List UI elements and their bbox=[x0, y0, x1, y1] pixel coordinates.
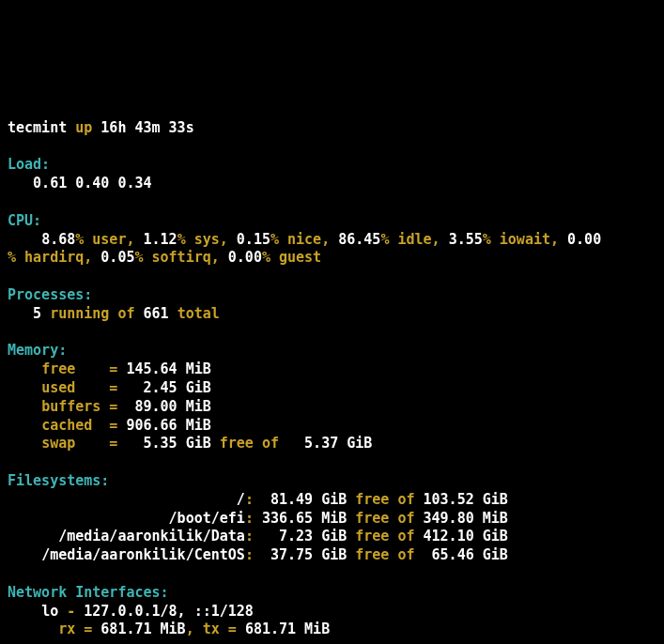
net-tx-value: 681.71 MiB bbox=[245, 621, 330, 637]
fs-free-of-label: free of bbox=[355, 491, 414, 508]
fs-free-of-label: free of bbox=[355, 546, 414, 563]
cpu-user-val: 8.68 bbox=[41, 231, 75, 248]
section-filesystems: Filesystems: bbox=[8, 472, 109, 489]
fs-free-of-label: free of bbox=[355, 528, 414, 544]
net-rx-value: 681.71 MiB bbox=[100, 621, 185, 637]
proc-running-count: 5 bbox=[33, 305, 41, 322]
mem-swap-total: 5.37 GiB bbox=[287, 435, 372, 452]
fs-total: 65.46 GiB bbox=[424, 546, 508, 563]
cpu-nice-lbl: nice bbox=[287, 231, 321, 248]
fs-free: 7.23 GiB bbox=[262, 528, 347, 544]
mem-used-value: 2.45 GiB bbox=[126, 379, 210, 396]
mem-swap-of-label: free of bbox=[220, 435, 279, 452]
mem-buffers-label: buffers bbox=[41, 398, 100, 415]
cpu-iowait-lbl: iowait bbox=[500, 231, 550, 248]
fs-free: 336.65 MiB bbox=[262, 510, 347, 527]
mem-cached-label: cached bbox=[41, 417, 100, 434]
load-values: 0.61 0.40 0.34 bbox=[33, 175, 151, 192]
fs-total: 103.52 GiB bbox=[424, 491, 508, 508]
net-iface-name: lo bbox=[41, 603, 58, 620]
fs-mount: / bbox=[41, 491, 245, 508]
section-network: Network Interfaces: bbox=[8, 584, 169, 601]
net-tx-label: tx bbox=[203, 621, 220, 637]
net-iface-addrs: 127.0.0.1/8, ::1/128 bbox=[84, 603, 254, 620]
fs-mount: /boot/efi bbox=[41, 510, 245, 527]
cpu-idle-val: 86.45 bbox=[338, 231, 380, 248]
mem-free-value: 145.64 MiB bbox=[126, 360, 210, 377]
mem-cached-value: 906.66 MiB bbox=[126, 417, 210, 434]
cpu-user-lbl: user bbox=[92, 231, 126, 248]
cpu-guest-lbl: guest bbox=[279, 249, 321, 266]
fs-total: 412.10 GiB bbox=[424, 528, 508, 544]
cpu-idle-lbl: idle bbox=[397, 231, 431, 248]
net-rx-label: rx bbox=[58, 621, 75, 637]
fs-mount: /media/aaronkilik/CentOS bbox=[41, 546, 245, 563]
section-processes: Processes: bbox=[8, 286, 92, 303]
proc-running-label: running of bbox=[50, 305, 134, 322]
terminal-output: tecmint up 16h 43m 33s Load: 0.61 0.40 0… bbox=[8, 82, 664, 644]
section-memory: Memory: bbox=[8, 342, 67, 359]
cpu-iowait-val: 3.55 bbox=[449, 231, 483, 248]
cpu-sys-lbl: sys bbox=[194, 231, 220, 248]
mem-swap-label: swap bbox=[41, 435, 100, 452]
cpu-softirq-val: 0.05 bbox=[100, 249, 134, 266]
hostname: tecmint bbox=[8, 119, 67, 136]
fs-total: 349.80 MiB bbox=[424, 510, 508, 527]
fs-mount: /media/aaronkilik/Data bbox=[41, 528, 245, 544]
proc-total-count: 661 bbox=[144, 305, 169, 322]
cpu-trailing-val: 0.00 bbox=[567, 231, 601, 248]
proc-total-label: total bbox=[178, 305, 220, 322]
section-load: Load: bbox=[8, 156, 50, 173]
fs-free-of-label: free of bbox=[355, 510, 414, 527]
fs-free: 81.49 GiB bbox=[262, 491, 347, 508]
fs-free: 37.75 GiB bbox=[262, 546, 347, 563]
mem-buffers-value: 89.00 MiB bbox=[126, 398, 210, 415]
cpu-guest-val: 0.00 bbox=[228, 249, 262, 266]
uptime: 16h 43m 33s bbox=[100, 119, 193, 136]
cpu-hardirq-lbl: hardirq bbox=[24, 249, 84, 266]
mem-used-label: used bbox=[41, 379, 100, 396]
cpu-softirq-lbl: softirq bbox=[152, 249, 211, 266]
cpu-nice-val: 0.15 bbox=[237, 231, 270, 248]
cpu-sys-val: 1.12 bbox=[144, 231, 178, 248]
section-cpu: CPU: bbox=[8, 212, 41, 229]
up-label: up bbox=[75, 119, 92, 136]
mem-swap-free: 5.35 GiB bbox=[126, 435, 210, 452]
mem-free-label: free bbox=[41, 360, 100, 377]
